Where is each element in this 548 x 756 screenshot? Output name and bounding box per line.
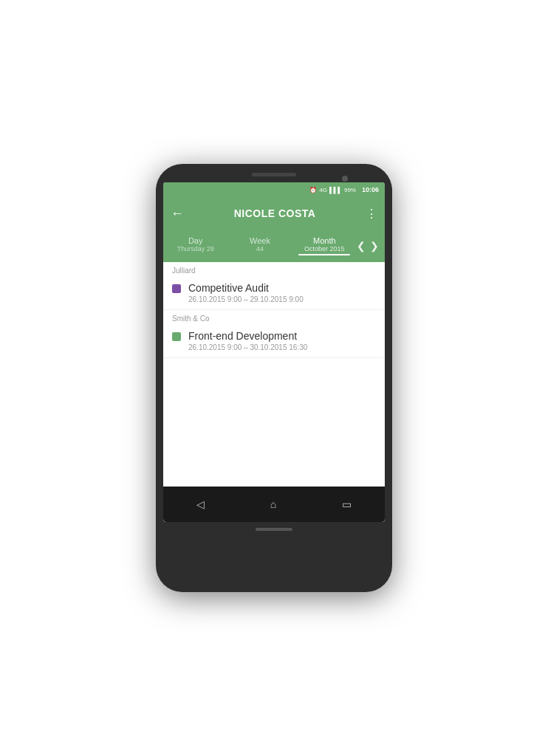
- nav-arrows: ❮ ❯: [357, 240, 385, 252]
- status-bar: ⏰ 4G ▌▌▌ 99% 10:06: [163, 182, 385, 197]
- event-group-smith: Smith & Co Front-end Development 26.10.2…: [163, 310, 385, 358]
- back-nav-button[interactable]: ◁: [196, 498, 205, 510]
- app-bar: ← NICOLE COSTA ⋮: [163, 197, 385, 230]
- phone-device: ⏰ 4G ▌▌▌ 99% 10:06 ← NICOLE COSTA ⋮ Day …: [156, 164, 392, 592]
- event-details-frontend-dev: Front-end Development 26.10.2015 9:00 – …: [188, 330, 376, 351]
- tab-month[interactable]: Month October 2015: [292, 236, 357, 255]
- tab-day-sublabel: Thursday 29: [177, 245, 214, 252]
- phone-speaker: [252, 173, 296, 176]
- phone-camera: [342, 176, 348, 182]
- event-color-competitive-audit: [172, 284, 181, 293]
- event-title-competitive-audit: Competitive Audit: [188, 282, 376, 294]
- group-header-julliard: Julliard: [163, 262, 385, 276]
- event-item-frontend-dev[interactable]: Front-end Development 26.10.2015 9:00 – …: [163, 324, 385, 358]
- signal-bars-icon: ▌▌▌: [329, 187, 342, 193]
- event-time-frontend-dev: 26.10.2015 9:00 – 30.10.2015 16:30: [188, 343, 376, 351]
- more-options-button[interactable]: ⋮: [366, 207, 377, 221]
- home-indicator: [256, 528, 292, 531]
- tab-month-sublabel: October 2015: [304, 245, 345, 252]
- alarm-icon: ⏰: [309, 187, 317, 193]
- prev-arrow-button[interactable]: ❮: [357, 240, 366, 252]
- recent-nav-button[interactable]: ▭: [342, 498, 352, 510]
- event-details-competitive-audit: Competitive Audit 26.10.2015 9:00 – 29.1…: [188, 282, 376, 303]
- tab-week-sublabel: 44: [256, 245, 264, 252]
- event-title-frontend-dev: Front-end Development: [188, 330, 376, 342]
- home-nav-button[interactable]: ⌂: [270, 498, 276, 510]
- event-time-competitive-audit: 26.10.2015 9:00 – 29.10.2015 9:00: [188, 295, 376, 303]
- event-group-julliard: Julliard Competitive Audit 26.10.2015 9:…: [163, 262, 385, 310]
- tab-week[interactable]: Week 44: [227, 236, 292, 255]
- signal-4g-icon: 4G: [319, 187, 327, 193]
- next-arrow-button[interactable]: ❯: [370, 240, 379, 252]
- back-button[interactable]: ←: [171, 207, 184, 220]
- battery-indicator: 99%: [344, 187, 356, 193]
- group-header-smith: Smith & Co: [163, 310, 385, 324]
- tab-bar: Day Thursday 29 Week 44 Month October 20…: [163, 230, 385, 262]
- tab-day-label: Day: [188, 236, 203, 245]
- phone-bottom-bar: [163, 528, 385, 531]
- phone-screen: ⏰ 4G ▌▌▌ 99% 10:06 ← NICOLE COSTA ⋮ Day …: [163, 182, 385, 522]
- events-content: Julliard Competitive Audit 26.10.2015 9:…: [163, 262, 385, 487]
- tab-week-label: Week: [250, 236, 270, 245]
- tab-month-label: Month: [313, 236, 336, 245]
- event-item-competitive-audit[interactable]: Competitive Audit 26.10.2015 9:00 – 29.1…: [163, 276, 385, 310]
- event-color-frontend-dev: [172, 332, 181, 341]
- page-title: NICOLE COSTA: [190, 207, 360, 219]
- tabs-container: Day Thursday 29 Week 44 Month October 20…: [163, 236, 357, 255]
- bottom-nav: ◁ ⌂ ▭: [163, 487, 385, 522]
- time-display: 10:06: [362, 186, 379, 193]
- tab-day[interactable]: Day Thursday 29: [163, 236, 227, 255]
- status-icons: ⏰ 4G ▌▌▌ 99%: [309, 187, 356, 193]
